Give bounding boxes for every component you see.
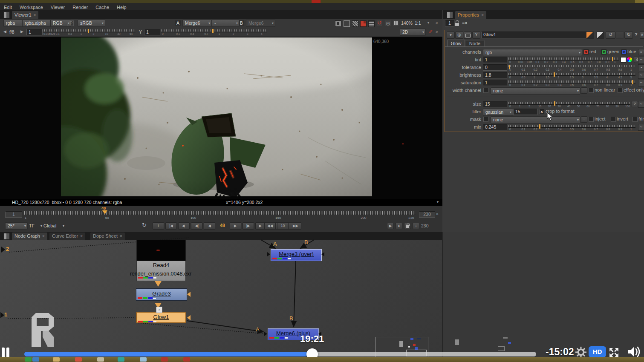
- fringe-checkbox[interactable]: [632, 117, 638, 122]
- player-settings-gear-icon[interactable]: [575, 347, 586, 358]
- a-input-dropdown[interactable]: Merge6: [182, 20, 212, 27]
- ab-blend-dropdown[interactable]: -: [212, 20, 240, 27]
- equals-button[interactable]: =: [581, 116, 587, 123]
- curve-editor-icon[interactable]: ~: [638, 57, 644, 63]
- range-mode-dropdown[interactable]: Global: [41, 222, 66, 230]
- brightness-slider[interactable]: 00.511.522.533.544.55: [508, 72, 635, 78]
- red-channel-checkbox[interactable]: x: [583, 49, 589, 55]
- fps-dropdown[interactable]: 25*: [5, 222, 28, 230]
- tolerance-slider[interactable]: 00.10.20.30.40.50.60.70.80.91: [508, 65, 635, 71]
- slider-marker[interactable]: [554, 101, 555, 106]
- b-input-dropdown[interactable]: Merge6: [246, 20, 275, 27]
- flipbook-button[interactable]: ▶: [387, 223, 394, 229]
- width-channel-checkbox[interactable]: [483, 88, 488, 93]
- render-button[interactable]: ●: [396, 223, 402, 229]
- player-progress-played[interactable]: [24, 352, 308, 356]
- node-read4-thumbnail[interactable]: [136, 240, 186, 261]
- invert-checkbox[interactable]: [611, 117, 616, 122]
- update-viewer-icon[interactable]: ◎: [385, 20, 391, 26]
- windows-taskbar[interactable]: [0, 357, 644, 362]
- taskbar-clapper-icon[interactable]: [97, 357, 104, 362]
- volume-icon[interactable]: [627, 345, 641, 358]
- split-values-button[interactable]: 2: [632, 101, 638, 107]
- gain-slider[interactable]: 0.0156250.10.313103064: [43, 29, 136, 35]
- taskbar-ie-icon[interactable]: [32, 357, 39, 362]
- proxy-icon[interactable]: [368, 20, 375, 27]
- gamma-input[interactable]: 1: [144, 29, 160, 35]
- slider-marker[interactable]: [539, 124, 540, 129]
- merge3-right-input[interactable]: [321, 252, 324, 256]
- range-end-input[interactable]: 230: [419, 211, 435, 218]
- node-merge3[interactable]: Merge3 (over): [271, 249, 322, 261]
- mask-dropdown[interactable]: none: [491, 116, 580, 124]
- close-all-panels-icon[interactable]: ≡x: [462, 20, 468, 25]
- slider-marker[interactable]: [612, 57, 613, 61]
- full-frame-icon[interactable]: [344, 20, 350, 27]
- taskbar-app-icon[interactable]: [140, 357, 147, 362]
- curve-editor-icon[interactable]: ~: [638, 124, 644, 131]
- gainrow-chevrons-icon[interactable]: »: [436, 29, 438, 34]
- pen-icon[interactable]: ✎: [429, 29, 433, 34]
- saturation-input[interactable]: 1: [483, 80, 507, 86]
- glow1-mask-input[interactable]: [187, 315, 191, 320]
- hd-badge[interactable]: HD: [589, 346, 606, 357]
- filter-size-input[interactable]: 15: [513, 109, 537, 115]
- step-forward-button[interactable]: |▶: [243, 222, 254, 230]
- mix-slider[interactable]: 00.10.20.30.40.50.60.70.80.91: [508, 124, 635, 130]
- curve-editor-icon[interactable]: ~: [638, 64, 644, 71]
- roi-icon[interactable]: [360, 20, 367, 27]
- pane-menu-icon[interactable]: [447, 11, 453, 18]
- filter-dropdown[interactable]: gaussian: [483, 109, 513, 116]
- curve-editor-icon[interactable]: ~: [638, 80, 644, 86]
- prev-keyframe-button[interactable]: ◀·: [178, 222, 190, 230]
- inc-fwd-button[interactable]: ▶▶: [290, 222, 301, 230]
- mix-input[interactable]: 0.245: [483, 124, 507, 130]
- width-channel-dropdown[interactable]: none: [491, 87, 580, 95]
- wipe-icon[interactable]: [335, 20, 341, 27]
- tint-input[interactable]: 1: [483, 57, 507, 63]
- player-progress-remaining[interactable]: [308, 352, 536, 356]
- current-frame[interactable]: 48: [220, 222, 225, 230]
- aperture-label[interactable]: f/8: [9, 29, 14, 34]
- zoom-level[interactable]: 140%: [401, 20, 413, 26]
- viewer-canvas[interactable]: 640,360: [0, 37, 442, 199]
- inc-value-input[interactable]: 10: [277, 222, 289, 230]
- tab-properties[interactable]: Properties×: [455, 11, 486, 19]
- curve-editor-icon[interactable]: ~: [638, 72, 644, 79]
- playhead-marker[interactable]: [102, 210, 107, 214]
- color-wheel-icon[interactable]: [627, 57, 632, 62]
- size-input[interactable]: 15: [483, 101, 507, 107]
- merge3-left-input[interactable]: [267, 252, 270, 256]
- lock-range-button[interactable]: [404, 223, 411, 229]
- merge6-left-input[interactable]: [264, 332, 267, 336]
- step-back-button[interactable]: ◀|: [191, 222, 202, 230]
- pause-icon[interactable]: [393, 20, 399, 26]
- saturation-slider[interactable]: 00.10.20.30.40.50.60.70.80.91: [508, 80, 635, 86]
- toolbar-chevrons-icon[interactable]: »: [436, 20, 438, 25]
- tolerance-input[interactable]: 0: [483, 64, 507, 71]
- alpha-layer-dropdown[interactable]: rgba.alpha: [22, 20, 53, 27]
- viewer-lut-dropdown[interactable]: sRGB: [78, 20, 105, 27]
- tint-slider[interactable]: 00.010.050.10.20.30.40.50.60.70.80.91: [508, 57, 619, 63]
- view-mode-dropdown[interactable]: 2D: [400, 29, 426, 36]
- size-slider[interactable]: 015102030405060708090100: [508, 101, 630, 107]
- play-forward-button[interactable]: ▶: [230, 222, 241, 230]
- crop-to-format-checkbox[interactable]: x: [539, 109, 544, 114]
- pane-menu-icon[interactable]: [3, 11, 10, 18]
- node-glow1[interactable]: Glow1: [136, 312, 186, 323]
- close-icon[interactable]: ×: [34, 13, 36, 17]
- taskbar-red-app2-icon[interactable]: [183, 357, 190, 362]
- frame-ruler[interactable]: 150100150200230: [24, 211, 416, 222]
- curve-editor-icon[interactable]: ~: [638, 101, 644, 108]
- aperture-next-icon[interactable]: ▶: [20, 29, 23, 34]
- goto-start-button[interactable]: |◀: [165, 222, 177, 230]
- close-icon[interactable]: ×: [481, 13, 484, 17]
- blue-channel-checkbox[interactable]: x: [621, 49, 627, 55]
- play-range-button[interactable]: I: [153, 222, 164, 230]
- tab-viewer1[interactable]: Viewer1×: [12, 11, 38, 19]
- pixel-aspect[interactable]: 1:1: [415, 20, 421, 26]
- mask-checkbox[interactable]: [483, 117, 488, 122]
- green-channel-checkbox[interactable]: x: [601, 49, 606, 55]
- loop-mode-icon[interactable]: ↻: [142, 222, 147, 228]
- taskbar-folder-icon[interactable]: [53, 357, 60, 362]
